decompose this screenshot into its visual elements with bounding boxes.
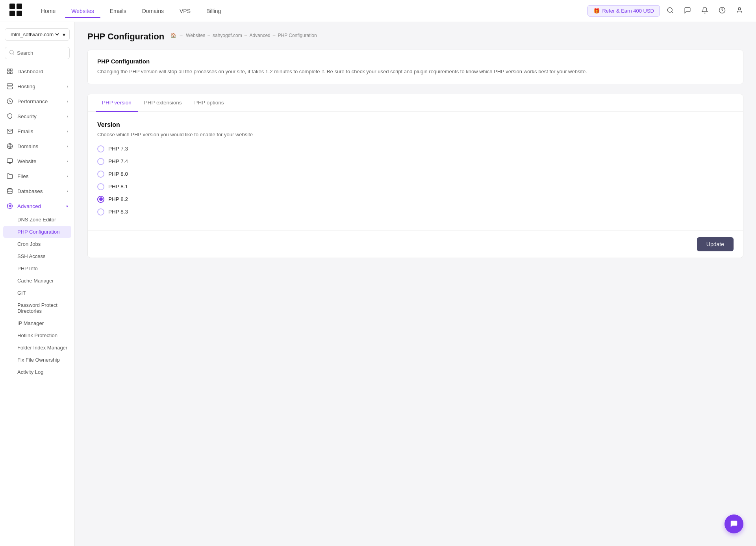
main-content: PHP Configuration 🏠 → Websites – sahyogd… [75,22,756,546]
chevron-down-icon: ▾ [66,204,68,208]
profile-button[interactable] [732,4,747,18]
globe-icon [6,143,13,150]
search-button[interactable] [663,4,677,18]
breadcrumb-domain[interactable]: sahyogdf.com [213,33,242,38]
sidebar-item-security[interactable]: Security › [0,109,74,124]
chat-button[interactable] [680,4,695,18]
notification-button[interactable] [698,4,712,18]
search-icon [9,50,15,56]
sidebar-item-label: Hosting [17,84,35,89]
bell-icon [701,7,708,15]
search-icon [667,7,674,15]
nav-billing[interactable]: Billing [200,5,227,17]
search-input[interactable] [17,50,75,56]
tab-php-extensions[interactable]: PHP extensions [138,94,188,112]
radio-php73[interactable]: PHP 7.3 [97,145,734,152]
tab-php-options[interactable]: PHP options [188,94,230,112]
nav-emails[interactable]: Emails [104,5,133,17]
layout: mlm_software.com ▾ Dashboard [0,22,756,546]
radio-php74[interactable]: PHP 7.4 [97,158,734,165]
chevron-icon: › [67,174,68,178]
radio-php80[interactable]: PHP 8.0 [97,171,734,178]
subitem-cache-manager[interactable]: Cache Manager [0,275,74,287]
radio-php81[interactable]: PHP 8.1 [97,183,734,190]
sidebar-item-website[interactable]: Website › [0,154,74,169]
radio-circle-php80 [97,171,104,178]
sidebar-item-hosting[interactable]: Hosting › [0,79,74,94]
sidebar-item-files[interactable]: Files › [0,169,74,184]
subitem-php-info[interactable]: PHP Info [0,262,74,275]
sidebar-item-label: Security [17,113,37,119]
radio-php82[interactable]: PHP 8.2 [97,196,734,203]
sidebar-item-performance[interactable]: Performance › [0,94,74,109]
radio-label-php81: PHP 8.1 [108,184,128,189]
subitem-dns-zone-editor[interactable]: DNS Zone Editor [0,214,74,226]
sidebar-item-emails[interactable]: Emails › [0,124,74,139]
radio-label-php80: PHP 8.0 [108,171,128,177]
logo[interactable] [9,4,22,19]
help-button[interactable] [715,4,729,18]
update-button[interactable]: Update [697,237,734,251]
sidebar-item-label: Databases [17,188,43,194]
topnav: Home Websites Emails Domains VPS Billing… [0,0,756,22]
nav-home[interactable]: Home [35,5,62,17]
subitem-git[interactable]: GIT [0,287,74,299]
info-box: PHP Configuration Changing the PHP versi… [87,50,743,84]
svg-rect-1 [17,4,22,9]
subitem-folder-index-manager[interactable]: Folder Index Manager [0,342,74,354]
folder-icon [6,173,13,180]
domain-select-input[interactable]: mlm_software.com [9,31,60,38]
help-icon [719,7,726,15]
topnav-links: Home Websites Emails Domains VPS Billing [35,5,587,17]
breadcrumb-websites[interactable]: Websites [186,33,205,38]
subitem-ip-manager[interactable]: IP Manager [0,317,74,329]
subitem-ssh-access[interactable]: SSH Access [0,250,74,262]
subitem-password-protect[interactable]: Password Protect Directories [0,299,74,317]
subitem-cron-jobs[interactable]: Cron Jobs [0,238,74,250]
chevron-icon: › [67,144,68,149]
chat-bubble-icon [730,520,738,528]
user-icon [736,7,743,15]
breadcrumb-sep: – [273,33,276,38]
radio-php83[interactable]: PHP 8.3 [97,208,734,215]
nav-domains[interactable]: Domains [136,5,170,17]
subitem-activity-log[interactable]: Activity Log [0,366,74,378]
tabs-body: Version Choose which PHP version you wou… [88,112,743,230]
tab-php-version[interactable]: PHP version [96,94,138,112]
breadcrumb-sep: – [245,33,247,38]
radio-label-php82: PHP 8.2 [108,196,128,202]
subitem-php-configuration[interactable]: PHP Configuration [3,226,71,238]
sidebar-search-box[interactable] [5,47,70,59]
radio-label-php83: PHP 8.3 [108,209,128,215]
nav-websites[interactable]: Websites [65,5,100,17]
gauge-icon [6,98,13,105]
sidebar-item-databases[interactable]: Databases › [0,184,74,199]
sidebar-item-domains[interactable]: Domains › [0,139,74,154]
shield-icon [6,113,13,120]
nav-vps[interactable]: VPS [173,5,197,17]
breadcrumb-advanced[interactable]: Advanced [249,33,270,38]
svg-rect-13 [7,84,12,85]
tabs-header: PHP version PHP extensions PHP options [88,94,743,112]
tabs-card: PHP version PHP extensions PHP options V… [87,94,743,258]
radio-circle-php82 [97,196,104,203]
sidebar-item-label: Website [17,158,37,164]
subitem-hotlink-protection[interactable]: Hotlink Protection [0,329,74,342]
version-section-desc: Choose which PHP version you would like … [97,132,734,137]
chevron-icon: › [67,189,68,193]
subitem-fix-file-ownership[interactable]: Fix File Ownership [0,354,74,366]
refer-earn-button[interactable]: 🎁 Refer & Earn 400 USD [587,5,660,17]
sidebar-item-label: Advanced [17,203,41,209]
breadcrumb-current: PHP Configuration [278,33,317,38]
chat-bubble-button[interactable] [724,514,743,533]
svg-rect-14 [7,87,12,89]
radio-circle-php74 [97,158,104,165]
domain-selector[interactable]: mlm_software.com ▾ [5,28,70,41]
sidebar-item-advanced[interactable]: Advanced ▾ [0,199,74,214]
sidebar-item-label: Domains [17,143,38,149]
sidebar-item-dashboard[interactable]: Dashboard [0,64,74,79]
gear-icon [6,202,13,210]
radio-circle-php81 [97,183,104,190]
breadcrumb-home-icon[interactable]: 🏠 [170,33,176,38]
svg-point-7 [738,7,741,10]
